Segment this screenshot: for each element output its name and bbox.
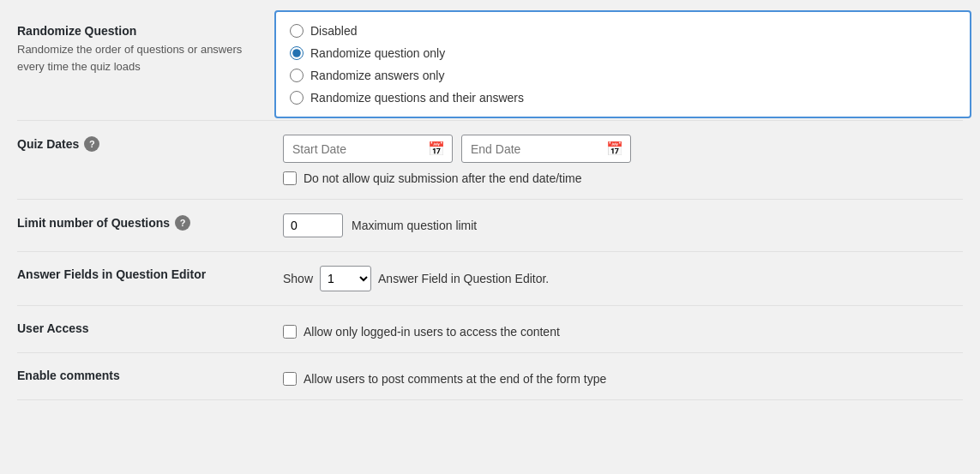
randomize-control-col: Disabled Randomize question only Randomi… xyxy=(283,22,963,106)
limit-questions-input[interactable] xyxy=(283,213,343,237)
user-access-checkbox-option: Allow only logged-in users to access the… xyxy=(283,325,963,339)
quiz-dates-help-icon[interactable]: ? xyxy=(84,136,99,152)
end-date-wrapper: 📅 xyxy=(461,135,631,163)
answer-fields-label: Answer Fields in Question Editor xyxy=(17,267,266,281)
end-date-checkbox[interactable] xyxy=(283,171,297,185)
user-access-checkbox[interactable] xyxy=(283,325,297,339)
randomize-label: Randomize Question xyxy=(17,24,266,38)
answer-fields-label-col: Answer Fields in Question Editor xyxy=(17,266,283,281)
radio-questions-only-label[interactable]: Randomize question only xyxy=(310,46,445,60)
enable-comments-row: Enable comments Allow users to post comm… xyxy=(17,353,963,400)
radio-option-questions-and-answers: Randomize questions and their answers xyxy=(290,91,956,105)
radio-disabled[interactable] xyxy=(290,24,304,38)
limit-questions-label-col: Limit number of Questions ? xyxy=(17,213,283,231)
radio-option-questions-only: Randomize question only xyxy=(290,46,956,60)
radio-answers-only[interactable] xyxy=(290,69,304,82)
end-date-input[interactable] xyxy=(462,137,599,161)
randomize-box: Disabled Randomize question only Randomi… xyxy=(274,10,971,118)
user-access-row: User Access Allow only logged-in users t… xyxy=(17,306,963,353)
answer-fields-control-col: Show 1 2 3 4 5 Answer Field in Question … xyxy=(283,266,963,291)
radio-questions-and-answers[interactable] xyxy=(290,91,304,105)
limit-questions-input-wrapper xyxy=(283,213,343,237)
radio-option-answers-only: Randomize answers only xyxy=(290,69,956,82)
start-date-wrapper: 📅 xyxy=(283,135,453,163)
radio-questions-and-answers-label[interactable]: Randomize questions and their answers xyxy=(310,91,524,105)
randomize-label-col: Randomize Question Randomize the order o… xyxy=(17,22,283,75)
radio-disabled-label[interactable]: Disabled xyxy=(310,24,357,38)
end-date-checkbox-option: Do not allow quiz submission after the e… xyxy=(283,171,963,185)
answer-fields-row: Answer Fields in Question Editor Show 1 … xyxy=(17,252,963,306)
enable-comments-label: Enable comments xyxy=(17,369,266,382)
randomize-description: Randomize the order of questions or answ… xyxy=(17,41,266,75)
quiz-dates-control-col: 📅 📅 Do not allow quiz submission after t… xyxy=(283,135,963,185)
enable-comments-checkbox-label[interactable]: Allow users to post comments at the end … xyxy=(304,372,606,386)
radio-questions-only[interactable] xyxy=(290,46,304,60)
answer-fields-input-row: Show 1 2 3 4 5 Answer Field in Question … xyxy=(283,266,963,291)
user-access-control-col: Allow only logged-in users to access the… xyxy=(283,320,963,339)
answer-fields-show-label: Show xyxy=(283,272,313,285)
end-date-checkbox-label[interactable]: Do not allow quiz submission after the e… xyxy=(304,171,582,185)
quiz-dates-label-col: Quiz Dates ? xyxy=(17,135,283,152)
randomize-question-row: Randomize Question Randomize the order o… xyxy=(17,9,963,121)
start-date-input[interactable] xyxy=(284,137,421,161)
date-inputs: 📅 📅 xyxy=(283,135,963,163)
number-limit-row: Maximum question limit xyxy=(283,213,963,237)
radio-answers-only-label[interactable]: Randomize answers only xyxy=(310,69,444,82)
enable-comments-checkbox-option: Allow users to post comments at the end … xyxy=(283,372,963,386)
limit-questions-label: Limit number of Questions ? xyxy=(17,215,266,231)
answer-fields-suffix-label: Answer Field in Question Editor. xyxy=(378,272,549,285)
enable-comments-control-col: Allow users to post comments at the end … xyxy=(283,367,963,386)
limit-questions-control-col: Maximum question limit xyxy=(283,213,963,237)
limit-questions-suffix-label: Maximum question limit xyxy=(352,219,477,232)
user-access-label: User Access xyxy=(17,321,266,335)
enable-comments-checkbox[interactable] xyxy=(283,372,297,386)
user-access-checkbox-label[interactable]: Allow only logged-in users to access the… xyxy=(304,325,560,339)
quiz-dates-row: Quiz Dates ? 📅 📅 Do not allow quiz submi… xyxy=(17,121,963,200)
quiz-dates-label: Quiz Dates ? xyxy=(17,136,266,152)
start-calendar-icon[interactable]: 📅 xyxy=(421,135,452,162)
limit-questions-row: Limit number of Questions ? Maximum ques… xyxy=(17,200,963,252)
user-access-label-col: User Access xyxy=(17,320,283,335)
answer-fields-select[interactable]: 1 2 3 4 5 xyxy=(320,266,371,291)
radio-option-disabled: Disabled xyxy=(290,24,956,38)
enable-comments-label-col: Enable comments xyxy=(17,367,283,382)
end-calendar-icon[interactable]: 📅 xyxy=(599,135,630,162)
limit-questions-help-icon[interactable]: ? xyxy=(175,215,190,231)
